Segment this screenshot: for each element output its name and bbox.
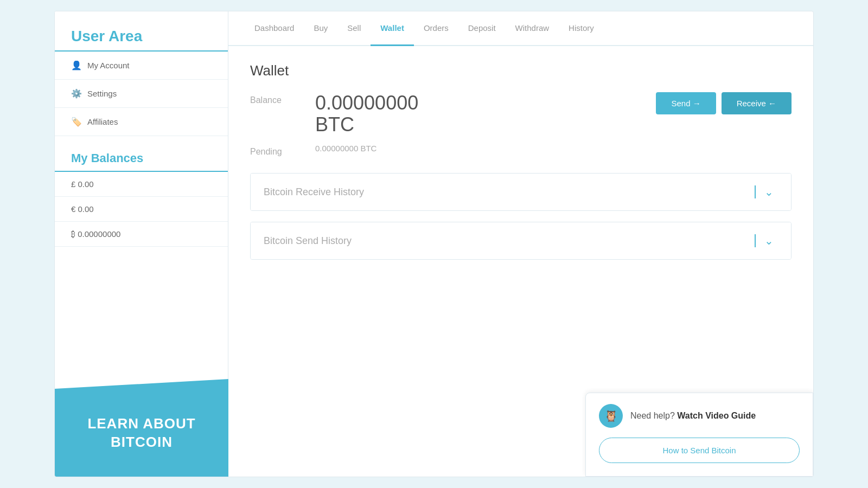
send-history-accordion: Bitcoin Send History ⌄ bbox=[250, 222, 792, 260]
balances-title: My Balances bbox=[55, 136, 228, 172]
balance-value-group: 0.00000000 BTC bbox=[315, 92, 418, 135]
nav-orders[interactable]: Orders bbox=[414, 11, 458, 46]
account-icon: 👤 bbox=[71, 60, 82, 70]
balance-gbp: £ 0.00 bbox=[55, 172, 228, 197]
balance-btc: ₿ 0.00000000 bbox=[55, 222, 228, 247]
help-text: Need help? Watch Video Guide bbox=[630, 411, 756, 421]
sidebar-title: User Area bbox=[55, 28, 228, 52]
accordions-container: Bitcoin Receive History ⌄ Bitcoin Send H… bbox=[250, 173, 792, 260]
sidebar-item-affiliates[interactable]: 🏷️ Affiliates bbox=[55, 108, 228, 136]
settings-icon: ⚙️ bbox=[71, 88, 82, 99]
receive-history-accordion: Bitcoin Receive History ⌄ bbox=[250, 173, 792, 211]
sidebar-item-label: My Account bbox=[87, 61, 130, 70]
nav-history[interactable]: History bbox=[559, 11, 604, 46]
nav-withdraw[interactable]: Withdraw bbox=[506, 11, 559, 46]
wallet-pending-row: Pending 0.00000000 BTC bbox=[250, 144, 792, 157]
pending-label: Pending bbox=[250, 144, 315, 157]
learn-banner-text: LEARN ABOUT BITCOIN bbox=[87, 404, 195, 452]
sidebar: User Area 👤 My Account ⚙️ Settings 🏷️ Af… bbox=[55, 11, 228, 477]
receive-history-header[interactable]: Bitcoin Receive History ⌄ bbox=[251, 174, 791, 210]
balance-value: 0.00000000 BTC bbox=[315, 92, 418, 135]
learn-banner[interactable]: LEARN ABOUT BITCOIN bbox=[55, 379, 228, 477]
page-title: Wallet bbox=[250, 62, 792, 79]
send-history-title: Bitcoin Send History bbox=[264, 235, 352, 247]
affiliates-icon: 🏷️ bbox=[71, 117, 82, 127]
nav-buy[interactable]: Buy bbox=[304, 11, 337, 46]
nav-sell[interactable]: Sell bbox=[337, 11, 371, 46]
wallet-balance-row: Balance 0.00000000 BTC Send → Receive ← bbox=[250, 92, 792, 135]
receive-button[interactable]: Receive ← bbox=[722, 92, 792, 114]
how-to-send-bitcoin-button[interactable]: How to Send Bitcoin bbox=[599, 438, 800, 463]
balance-label: Balance bbox=[250, 92, 315, 105]
send-button[interactable]: Send → bbox=[656, 92, 716, 114]
owl-icon: 🦉 bbox=[599, 404, 623, 428]
sidebar-item-my-account[interactable]: 👤 My Account bbox=[55, 52, 228, 80]
receive-history-chevron: ⌄ bbox=[755, 185, 778, 198]
sidebar-item-settings[interactable]: ⚙️ Settings bbox=[55, 80, 228, 108]
balance-eur: € 0.00 bbox=[55, 197, 228, 222]
send-history-chevron: ⌄ bbox=[755, 234, 778, 247]
nav-wallet[interactable]: Wallet bbox=[371, 11, 414, 46]
nav-dashboard[interactable]: Dashboard bbox=[245, 11, 304, 46]
top-nav: Dashboard Buy Sell Wallet Orders Deposit… bbox=[228, 11, 813, 46]
nav-deposit[interactable]: Deposit bbox=[458, 11, 506, 46]
pending-value: 0.00000000 BTC bbox=[315, 144, 376, 153]
send-history-header[interactable]: Bitcoin Send History ⌄ bbox=[251, 222, 791, 259]
help-header: 🦉 Need help? Watch Video Guide bbox=[599, 404, 800, 428]
sidebar-item-label: Affiliates bbox=[87, 117, 118, 126]
wallet-actions: Send → Receive ← bbox=[656, 92, 792, 114]
main-container: User Area 👤 My Account ⚙️ Settings 🏷️ Af… bbox=[54, 11, 814, 477]
receive-history-title: Bitcoin Receive History bbox=[264, 187, 364, 198]
sidebar-item-label: Settings bbox=[87, 89, 117, 98]
main-content: Dashboard Buy Sell Wallet Orders Deposit… bbox=[228, 11, 813, 477]
help-widget: 🦉 Need help? Watch Video Guide How to Se… bbox=[585, 393, 813, 477]
